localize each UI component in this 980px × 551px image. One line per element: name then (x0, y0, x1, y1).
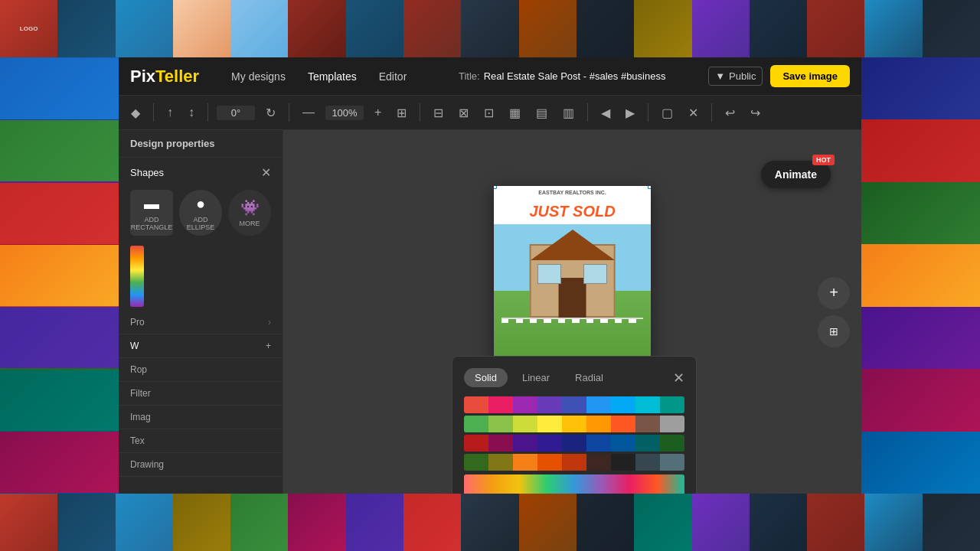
top-thumb-9 (461, 0, 518, 57)
swatch-dark-orange[interactable] (537, 454, 562, 471)
toolbar-align-center-v[interactable]: ▤ (531, 103, 552, 123)
swatch-light-green[interactable] (488, 416, 513, 432)
selection-handle-tr[interactable] (648, 186, 651, 189)
bottom-thumb-13 (692, 494, 750, 551)
section-drawing-label: Drawing (130, 459, 164, 470)
toolbar-zoom-in[interactable]: + (370, 103, 386, 122)
nav-my-designs[interactable]: My designs (222, 67, 295, 86)
cp-tab-linear[interactable]: Linear (511, 368, 560, 387)
swatch-purple[interactable] (513, 396, 537, 413)
section-rop[interactable]: Rop (119, 358, 283, 382)
add-ellipse-button[interactable]: ● ADD ELLIPSE (179, 190, 222, 236)
swatch-dark-brown[interactable] (586, 454, 611, 471)
selection-handle-tl[interactable] (494, 186, 497, 189)
swatch-orange[interactable] (586, 416, 611, 432)
section-w[interactable]: W + (119, 334, 283, 358)
ellipse-icon: ● (196, 195, 205, 213)
swatch-yellow[interactable] (537, 416, 562, 432)
swatch-lime[interactable] (513, 416, 537, 432)
section-drawing[interactable]: Drawing (119, 453, 283, 477)
swatch-red[interactable] (464, 396, 488, 413)
swatch-indigo[interactable] (562, 396, 586, 413)
add-buttons: + ⊞ (818, 277, 850, 347)
swatch-dark-lg[interactable] (464, 454, 488, 471)
right-thumb-1 (861, 57, 980, 119)
cp-tab-radial[interactable]: Radial (564, 368, 614, 387)
add-rectangle-button[interactable]: ▬ ADD RECTANGLE (130, 190, 173, 236)
add-more-button[interactable]: 👾 MORE (228, 190, 271, 236)
save-image-button[interactable]: Save image (770, 65, 850, 87)
section-imag[interactable]: Imag (119, 406, 283, 429)
swatch-deep-purple[interactable] (537, 396, 562, 413)
section-pro-arrow: › (268, 317, 271, 328)
toolbar-flip-h[interactable]: ◀ (596, 103, 615, 123)
swatch-pink[interactable] (488, 396, 513, 413)
swatch-dark-grey1[interactable] (611, 454, 635, 471)
bottom-thumb-2 (57, 494, 115, 551)
shapes-close[interactable]: ✕ (261, 165, 271, 180)
swatch-green[interactable] (464, 416, 488, 432)
toolbar-redo[interactable]: ↪ (746, 103, 765, 123)
toolbar-undo[interactable]: ↩ (720, 103, 740, 123)
swatch-blue-grey[interactable] (660, 454, 684, 471)
section-tex[interactable]: Tex (119, 429, 283, 453)
section-pro[interactable]: Pro › (119, 311, 283, 334)
toolbar-align-top[interactable]: ▦ (505, 103, 525, 123)
swatch-dark-cyan[interactable] (635, 435, 660, 452)
swatch-dark-amber[interactable] (513, 454, 537, 471)
toolbar-flip-v[interactable]: ▶ (621, 103, 639, 123)
section-filter[interactable]: Filter (119, 382, 283, 406)
swatch-deep-orange[interactable] (611, 416, 635, 432)
swatch-dark-do[interactable] (562, 454, 586, 471)
cp-tab-solid[interactable]: Solid (464, 368, 508, 387)
swatch-teal[interactable] (660, 396, 684, 413)
toolbar-move-up[interactable]: ↑ (162, 103, 178, 122)
swatch-blue[interactable] (586, 396, 611, 413)
toolbar-align-right[interactable]: ⊡ (479, 103, 498, 123)
title-label: Title: (459, 70, 480, 82)
right-thumb-6 (861, 369, 980, 431)
swatch-dark-lb[interactable] (611, 435, 635, 452)
nav-links: My designs Templates Editor (222, 67, 416, 86)
cp-close-button[interactable]: ✕ (673, 370, 684, 386)
toolbar-shape-icon[interactable]: ◆ (126, 103, 145, 123)
toolbar-align-bottom[interactable]: ▥ (558, 103, 579, 123)
swatch-light-blue[interactable] (611, 396, 635, 413)
animate-button[interactable]: HOT Animate (761, 161, 831, 188)
section-pro-label: Pro (130, 317, 145, 328)
toolbar-align-left[interactable]: ⊟ (429, 103, 448, 123)
toolbar-sep-6 (648, 103, 648, 122)
toolbar-align-center-h[interactable]: ⊠ (454, 103, 473, 123)
add-layer-button[interactable]: + (818, 277, 850, 309)
toolbar-zoom[interactable]: 100% (325, 106, 364, 120)
toolbar-rotation[interactable]: 0° (217, 106, 255, 120)
section-w-plus[interactable]: + (266, 341, 271, 351)
public-dropdown[interactable]: ▼ Public (708, 67, 763, 86)
swatch-dark-green[interactable] (660, 435, 684, 452)
swatch-dark-red[interactable] (464, 435, 488, 452)
add-page-button[interactable]: ⊞ (818, 315, 850, 347)
swatch-dark-indigo[interactable] (537, 435, 562, 452)
swatch-grey[interactable] (660, 416, 684, 432)
rainbow-gradient-swatch[interactable] (464, 474, 684, 494)
swatch-dark-purple[interactable] (513, 435, 537, 452)
nav-templates[interactable]: Templates (299, 67, 366, 86)
swatch-cyan[interactable] (635, 396, 660, 413)
swatch-brown[interactable] (635, 416, 660, 432)
toolbar-rotate-icon[interactable]: ↻ (261, 103, 280, 123)
toolbar-delete[interactable]: ✕ (684, 103, 703, 123)
nav-editor[interactable]: Editor (370, 67, 416, 86)
toolbar-frame[interactable]: ▢ (657, 103, 678, 123)
toolbar-zoom-out[interactable]: — (298, 103, 319, 122)
dc-headline[interactable]: JUST SOLD (494, 199, 651, 224)
swatch-amber[interactable] (562, 416, 586, 432)
toolbar-move-vertical[interactable]: ↕ (184, 103, 199, 122)
toolbar-grid-icon[interactable]: ⊞ (392, 103, 411, 123)
swatch-dark-blue[interactable] (562, 435, 586, 452)
swatch-dark-lime[interactable] (488, 454, 513, 471)
swatch-dark-grey2[interactable] (635, 454, 660, 471)
swatch-dark-pink[interactable] (488, 435, 513, 452)
toolbar-sep-1 (153, 103, 154, 122)
animate-hot-badge: HOT (812, 155, 835, 165)
swatch-navy[interactable] (586, 435, 611, 452)
